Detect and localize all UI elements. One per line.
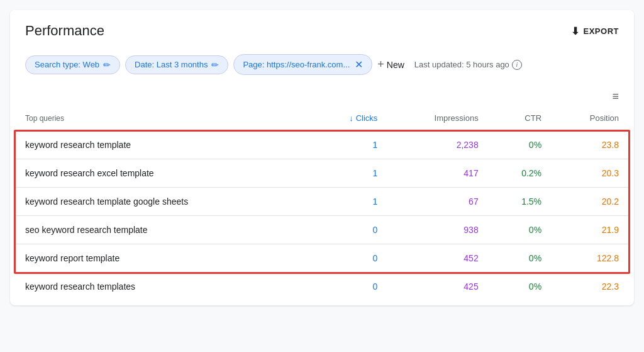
clicks-cell: 1 xyxy=(311,131,387,159)
data-table-wrap: Top queries ↓Clicks Impressions CTR Posi… xyxy=(10,106,634,305)
table-row: seo keyword research template09380%21.9 xyxy=(15,216,629,244)
position-cell: 20.3 xyxy=(552,159,629,188)
col-header-clicks[interactable]: ↓Clicks xyxy=(311,106,387,131)
export-button[interactable]: ⬇ EXPORT xyxy=(571,25,619,37)
sort-arrow-clicks: ↓ xyxy=(349,113,353,123)
edit-icon-date: ✏ xyxy=(211,60,219,70)
col-header-position: Position xyxy=(552,106,629,131)
ctr-cell: 0% xyxy=(489,131,552,159)
position-cell: 20.2 xyxy=(552,188,629,216)
impressions-cell: 417 xyxy=(387,159,488,188)
edit-icon: ✏ xyxy=(103,60,111,70)
performance-table: Top queries ↓Clicks Impressions CTR Posi… xyxy=(15,106,629,300)
impressions-cell: 938 xyxy=(387,216,488,244)
query-cell: keyword research template xyxy=(15,131,311,159)
table-row: keyword report template04520%122.8 xyxy=(15,244,629,273)
info-icon[interactable]: i xyxy=(512,60,522,70)
filter-chip-date[interactable]: Date: Last 3 months ✏ xyxy=(125,55,228,74)
col-header-ctr: CTR xyxy=(489,106,552,131)
table-row: keyword research template google sheets1… xyxy=(15,188,629,216)
position-cell: 21.9 xyxy=(552,216,629,244)
clicks-cell: 0 xyxy=(311,273,387,301)
query-cell: keyword research template google sheets xyxy=(15,188,311,216)
table-row: keyword research templates04250%22.3 xyxy=(15,273,629,301)
ctr-cell: 0% xyxy=(489,244,552,273)
query-cell: keyword research templates xyxy=(15,273,311,301)
table-row: keyword research excel template14170.2%2… xyxy=(15,159,629,188)
ctr-cell: 0.2% xyxy=(489,159,552,188)
position-cell: 23.8 xyxy=(552,131,629,159)
new-button[interactable]: + New xyxy=(377,58,404,71)
ctr-cell: 0% xyxy=(489,273,552,301)
query-cell: seo keyword research template xyxy=(15,216,311,244)
query-cell: keyword research excel template xyxy=(15,159,311,188)
plus-icon: + xyxy=(377,58,384,71)
export-icon: ⬇ xyxy=(571,25,580,37)
filter-chip-page[interactable]: Page: https://seo-frank.com... ✕ xyxy=(233,54,372,75)
close-icon-page[interactable]: ✕ xyxy=(355,59,363,71)
clicks-cell: 0 xyxy=(311,216,387,244)
filter-chip-search-type[interactable]: Search type: Web ✏ xyxy=(25,55,120,74)
position-cell: 122.8 xyxy=(552,244,629,273)
ctr-cell: 0% xyxy=(489,216,552,244)
clicks-cell: 1 xyxy=(311,159,387,188)
impressions-cell: 452 xyxy=(387,244,488,273)
ctr-cell: 1.5% xyxy=(489,188,552,216)
sort-filter-icon[interactable]: ≡ xyxy=(612,90,619,103)
table-row: keyword research template12,2380%23.8 xyxy=(15,131,629,159)
page-title: Performance xyxy=(25,23,104,39)
clicks-cell: 0 xyxy=(311,244,387,273)
col-header-query: Top queries xyxy=(15,106,311,131)
last-updated: Last updated: 5 hours ago i xyxy=(414,60,522,70)
impressions-cell: 67 xyxy=(387,188,488,216)
position-cell: 22.3 xyxy=(552,273,629,301)
query-cell: keyword report template xyxy=(15,244,311,273)
col-header-impressions: Impressions xyxy=(387,106,488,131)
impressions-cell: 425 xyxy=(387,273,488,301)
clicks-cell: 1 xyxy=(311,188,387,216)
filter-bar: Search type: Web ✏ Date: Last 3 months ✏… xyxy=(10,49,634,85)
impressions-cell: 2,238 xyxy=(387,131,488,159)
